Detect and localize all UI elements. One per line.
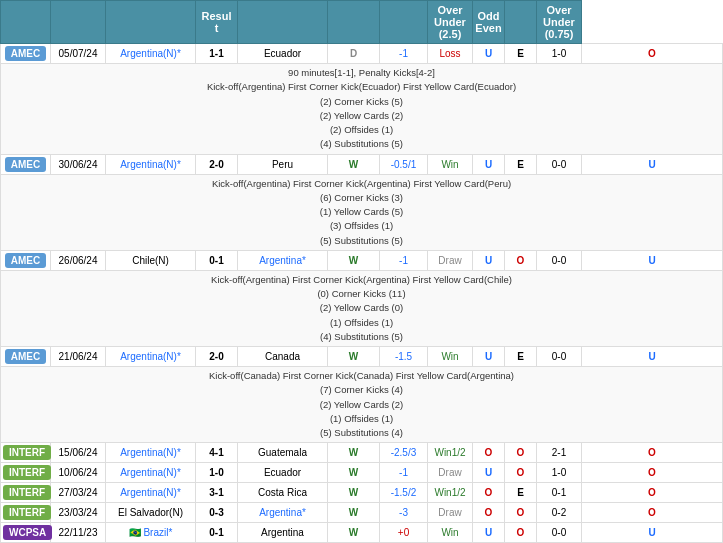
match-badge: WCPSA [1, 523, 51, 543]
team2-name: Ecuador [238, 44, 328, 64]
ou075-value: O [582, 443, 723, 463]
ou075-value: O [582, 44, 723, 64]
ou25-value: U [473, 250, 505, 270]
match-hw: W [328, 463, 380, 483]
match-badge: AMEC [1, 154, 51, 174]
detail-text: Kick-off(Argentina) First Corner Kick(Ar… [1, 174, 723, 250]
table-row: INTERF 10/06/24 Argentina(N)* 1-0 Ecuado… [1, 463, 723, 483]
ou25-value: O [473, 443, 505, 463]
detail-row: 90 minutes[1-1], Penalty Kicks[4-2]Kick-… [1, 64, 723, 155]
handicap-value: -1 [380, 44, 428, 64]
ou25-value: U [473, 463, 505, 483]
detail-row: Kick-off(Canada) First Corner Kick(Canad… [1, 367, 723, 443]
match-label: WCPSA [3, 525, 52, 540]
match-label: AMEC [5, 253, 46, 268]
col-header-ou25: Over Under (2.5) [428, 1, 473, 44]
handicap-value: -3 [380, 503, 428, 523]
table-row: AMEC 26/06/24 Chile(N) 0-1 Argentina* W … [1, 250, 723, 270]
team1-name: Argentina(N)* [106, 443, 196, 463]
team2-name: Argentina* [238, 250, 328, 270]
match-label: AMEC [5, 349, 46, 364]
team1-name: Chile(N) [106, 250, 196, 270]
match-result: 0-1 [196, 523, 238, 543]
ht-value: 0-1 [537, 483, 582, 503]
table-row: AMEC 30/06/24 Argentina(N)* 2-0 Peru W -… [1, 154, 723, 174]
oe-value: O [505, 443, 537, 463]
team1-name: Argentina(N)* [106, 483, 196, 503]
match-label: INTERF [3, 465, 51, 480]
handicap-value: -1 [380, 463, 428, 483]
match-hw: W [328, 154, 380, 174]
match-badge: INTERF [1, 503, 51, 523]
col-header-team2 [238, 1, 328, 44]
ou25-value: U [473, 523, 505, 543]
team2-name: Ecuador [238, 463, 328, 483]
ou075-value: O [582, 503, 723, 523]
handicap-value: +0 [380, 523, 428, 543]
detail-text: Kick-off(Argentina) First Corner Kick(Ar… [1, 270, 723, 346]
ou075-value: O [582, 463, 723, 483]
col-header-oddeven: Odd Even [473, 1, 505, 44]
team2-name: Canada [238, 347, 328, 367]
team2-name: Peru [238, 154, 328, 174]
match-date: 23/03/24 [51, 503, 106, 523]
ht-value: 2-1 [537, 443, 582, 463]
ou25-value: O [473, 483, 505, 503]
oe-value: E [505, 483, 537, 503]
handicap-value: -0.5/1 [380, 154, 428, 174]
ht-value: 0-2 [537, 503, 582, 523]
table-row: AMEC 21/06/24 Argentina(N)* 2-0 Canada W… [1, 347, 723, 367]
ou25-value: U [473, 347, 505, 367]
match-hw: W [328, 503, 380, 523]
team1-name: El Salvador(N) [106, 503, 196, 523]
match-result: 1-1 [196, 44, 238, 64]
team1-name: 🇧🇷 Brazil* [106, 523, 196, 543]
oe-value: E [505, 44, 537, 64]
match-date: 30/06/24 [51, 154, 106, 174]
table-row: WCPSA 22/11/23 🇧🇷 Brazil* 0-1 Argentina … [1, 523, 723, 543]
match-result: 1-0 [196, 463, 238, 483]
team2-name: Argentina* [238, 503, 328, 523]
ou075-value: U [582, 250, 723, 270]
match-date: 10/06/24 [51, 463, 106, 483]
team2-name: Argentina [238, 523, 328, 543]
odds-value: Win [428, 154, 473, 174]
table-row: INTERF 27/03/24 Argentina(N)* 3-1 Costa … [1, 483, 723, 503]
match-result: 0-1 [196, 250, 238, 270]
match-label: AMEC [5, 46, 46, 61]
handicap-value: -1.5 [380, 347, 428, 367]
col-header-ou075: Over Under (0.75) [537, 1, 582, 44]
odds-value: Win1/2 [428, 443, 473, 463]
detail-text: Kick-off(Canada) First Corner Kick(Canad… [1, 367, 723, 443]
oe-value: E [505, 347, 537, 367]
detail-text: 90 minutes[1-1], Penalty Kicks[4-2]Kick-… [1, 64, 723, 155]
ht-value: 0-0 [537, 250, 582, 270]
table-row: AMEC 05/07/24 Argentina(N)* 1-1 Ecuador … [1, 44, 723, 64]
ht-value: 1-0 [537, 44, 582, 64]
ou25-value: U [473, 44, 505, 64]
match-hw: W [328, 347, 380, 367]
match-date: 15/06/24 [51, 443, 106, 463]
col-header-handicap [328, 1, 380, 44]
col-header-odds [380, 1, 428, 44]
ht-value: 0-0 [537, 154, 582, 174]
match-badge: INTERF [1, 483, 51, 503]
match-result: 3-1 [196, 483, 238, 503]
match-badge: AMEC [1, 250, 51, 270]
team1-name: Argentina(N)* [106, 44, 196, 64]
col-header-date [51, 1, 106, 44]
match-date: 27/03/24 [51, 483, 106, 503]
match-badge: INTERF [1, 463, 51, 483]
odds-value: Loss [428, 44, 473, 64]
odds-value: Win1/2 [428, 483, 473, 503]
match-date: 21/06/24 [51, 347, 106, 367]
ht-value: 1-0 [537, 463, 582, 483]
table-row: INTERF 23/03/24 El Salvador(N) 0-3 Argen… [1, 503, 723, 523]
col-header-match [1, 1, 51, 44]
match-label: INTERF [3, 445, 51, 460]
detail-row: Kick-off(Argentina) First Corner Kick(Ar… [1, 270, 723, 346]
col-header-team1 [106, 1, 196, 44]
oe-value: E [505, 154, 537, 174]
match-badge: INTERF [1, 443, 51, 463]
match-result: 0-3 [196, 503, 238, 523]
